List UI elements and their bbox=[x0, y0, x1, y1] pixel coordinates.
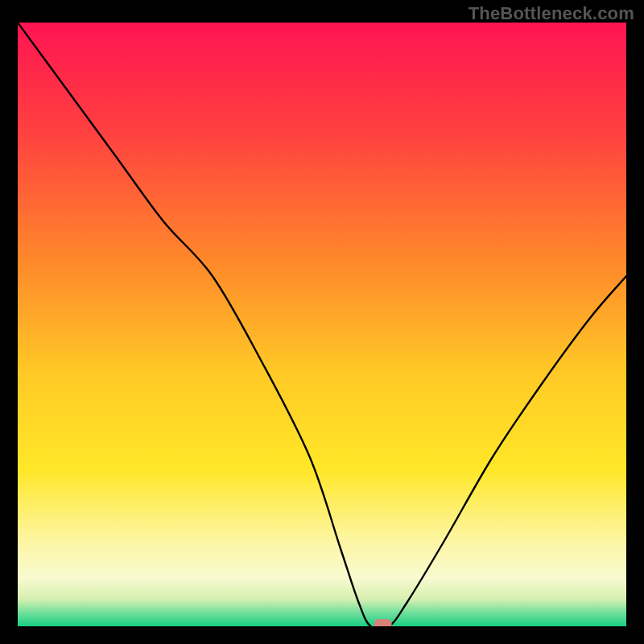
chart-container: TheBottleneck.com bbox=[0, 0, 644, 644]
chart-svg bbox=[18, 23, 626, 626]
plot-area bbox=[18, 23, 626, 626]
minimum-marker bbox=[374, 619, 392, 626]
watermark-text: TheBottleneck.com bbox=[469, 3, 634, 24]
gradient-background bbox=[18, 23, 626, 626]
